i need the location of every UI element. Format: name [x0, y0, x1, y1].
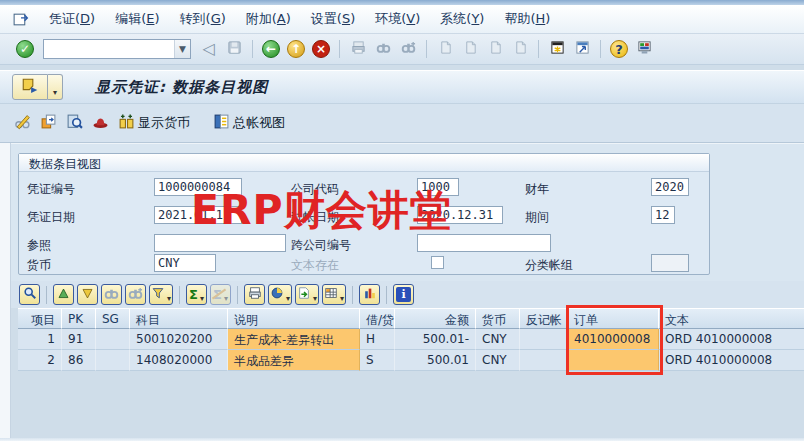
text-exists-checkbox[interactable] — [431, 256, 444, 269]
views-button[interactable]: ▾ — [268, 284, 292, 305]
cross-company-field[interactable] — [417, 234, 551, 252]
filter-button[interactable]: ▾ — [149, 284, 173, 305]
column-header-currency[interactable]: 货币 — [476, 308, 520, 329]
column-header-sg[interactable]: SG — [96, 308, 130, 329]
column-header-text[interactable]: 文本 — [659, 308, 804, 329]
services-dropdown[interactable]: ▾ — [48, 74, 63, 100]
column-header-pk[interactable]: PK — [62, 308, 96, 329]
print-icon — [351, 40, 366, 58]
back-nav-button[interactable]: ◁ — [198, 38, 220, 60]
create-shortcut-button[interactable] — [571, 38, 593, 60]
command-input[interactable] — [44, 41, 174, 57]
cell-desc[interactable]: 生产成本-差异转出 — [228, 329, 360, 350]
dropdown-arrow-icon[interactable]: ▾ — [340, 294, 344, 304]
dropdown-arrow-icon[interactable]: ▾ — [167, 294, 171, 304]
cancel-button[interactable]: × — [310, 38, 332, 60]
reference-field[interactable] — [154, 234, 286, 252]
cell-pk[interactable]: 86 — [62, 350, 96, 371]
menu-extras[interactable]: 附加(A) — [236, 10, 301, 28]
document-header-button[interactable] — [92, 113, 109, 133]
column-header-account[interactable]: 科目 — [130, 308, 228, 329]
find-button[interactable] — [372, 38, 394, 60]
other-document-button[interactable] — [40, 113, 57, 133]
total-button[interactable]: Σ▾ — [186, 284, 207, 305]
cell-currency[interactable]: CNY — [476, 329, 520, 350]
dropdown-arrow-icon[interactable]: ▾ — [224, 294, 228, 304]
find-next-button[interactable] — [125, 284, 146, 305]
new-session-icon — [550, 40, 565, 58]
table-row-2[interactable]: 2861408020000半成品差异S500.01CNYORD 40100000… — [18, 350, 804, 371]
sort-desc-button[interactable] — [77, 284, 98, 305]
cell-sg[interactable] — [96, 350, 130, 371]
export-button[interactable]: ▾ — [295, 284, 319, 305]
column-header-dc[interactable]: 借/贷 — [360, 308, 395, 329]
cell-amount[interactable]: 500.01- — [395, 329, 476, 350]
print-button[interactable] — [347, 38, 369, 60]
system-menu-icon[interactable] — [12, 11, 29, 28]
column-header-amount[interactable]: 金额 — [395, 308, 476, 329]
cell-reverse[interactable] — [520, 329, 568, 350]
cell-text[interactable]: ORD 4010000008 — [659, 350, 804, 371]
menu-goto[interactable]: 转到(G) — [170, 10, 236, 28]
layout-button[interactable]: ▾ — [322, 284, 346, 305]
cell-desc[interactable]: 半成品差异 — [228, 350, 360, 371]
dropdown-arrow-icon[interactable]: ▾ — [313, 294, 317, 304]
period-field[interactable]: 12 — [651, 206, 675, 224]
cell-dc[interactable]: S — [360, 350, 395, 371]
dropdown-arrow-icon[interactable]: ▾ — [286, 294, 290, 304]
menu-settings[interactable]: 设置(S) — [301, 10, 365, 28]
menu-document[interactable]: 凭证(D) — [39, 10, 105, 28]
table-row-1[interactable]: 1915001020200生产成本-差异转出H500.01-CNY4010000… — [18, 329, 804, 350]
ledger-group-label: 分类帐组 — [525, 257, 573, 274]
details-button[interactable] — [19, 284, 40, 305]
display-currency-button[interactable]: 显示货币 — [118, 113, 190, 133]
find-next-button[interactable] — [397, 38, 419, 60]
cell-sg[interactable] — [96, 329, 130, 350]
cell-currency[interactable]: CNY — [476, 350, 520, 371]
document-overview-button[interactable] — [66, 113, 83, 133]
cell-amount[interactable]: 500.01 — [395, 350, 476, 371]
services-button[interactable] — [12, 74, 48, 100]
cell-item[interactable]: 2 — [18, 350, 62, 371]
first-page-button[interactable] — [434, 38, 456, 60]
print-view-button[interactable] — [244, 284, 265, 305]
cell-item[interactable]: 1 — [18, 329, 62, 350]
menu-environment[interactable]: 环境(V) — [365, 10, 430, 28]
ledger-group-field[interactable] — [651, 254, 689, 272]
period-label: 期间 — [525, 209, 549, 226]
command-dropdown-icon[interactable]: ▼ — [174, 40, 190, 58]
back-button[interactable]: ← — [260, 38, 282, 60]
last-page-button[interactable] — [509, 38, 531, 60]
exit-button[interactable]: ↑ — [285, 38, 307, 60]
subtotal-button[interactable]: Σ▾ — [210, 284, 231, 305]
cell-pk[interactable]: 91 — [62, 329, 96, 350]
currency-field[interactable]: CNY — [154, 254, 216, 272]
cell-account[interactable]: 5001020200 — [130, 329, 228, 350]
customize-button[interactable] — [633, 38, 655, 60]
help-button[interactable]: ? — [608, 38, 630, 60]
cell-dc[interactable]: H — [360, 329, 395, 350]
menu-help[interactable]: 帮助(H) — [494, 10, 560, 28]
gl-view-button[interactable]: 总帐视图 — [213, 113, 285, 133]
menu-edit[interactable]: 编辑(E) — [105, 10, 169, 28]
cell-account[interactable]: 1408020000 — [130, 350, 228, 371]
command-field[interactable]: ▼ — [43, 39, 191, 59]
menu-system[interactable]: 系统(Y) — [430, 10, 494, 28]
new-session-button[interactable] — [546, 38, 568, 60]
cell-text[interactable]: ORD 4010000008 — [659, 329, 804, 350]
find-button[interactable] — [101, 284, 122, 305]
save-button[interactable] — [223, 38, 245, 60]
display-change-button[interactable] — [14, 113, 31, 133]
sort-asc-button[interactable] — [53, 284, 74, 305]
graphic-button[interactable] — [359, 284, 380, 305]
column-header-reverse[interactable]: 反记帐 — [520, 308, 568, 329]
fiscal-year-field[interactable]: 2020 — [651, 178, 689, 196]
column-header-desc[interactable]: 说明 — [228, 308, 360, 329]
dropdown-arrow-icon[interactable]: ▾ — [200, 294, 204, 304]
cell-reverse[interactable] — [520, 350, 568, 371]
column-header-item[interactable]: 项目 — [18, 308, 62, 329]
next-page-button[interactable] — [484, 38, 506, 60]
enter-button[interactable]: ✓ — [14, 38, 36, 60]
information-button[interactable]: i — [393, 284, 414, 305]
previous-page-button[interactable] — [459, 38, 481, 60]
